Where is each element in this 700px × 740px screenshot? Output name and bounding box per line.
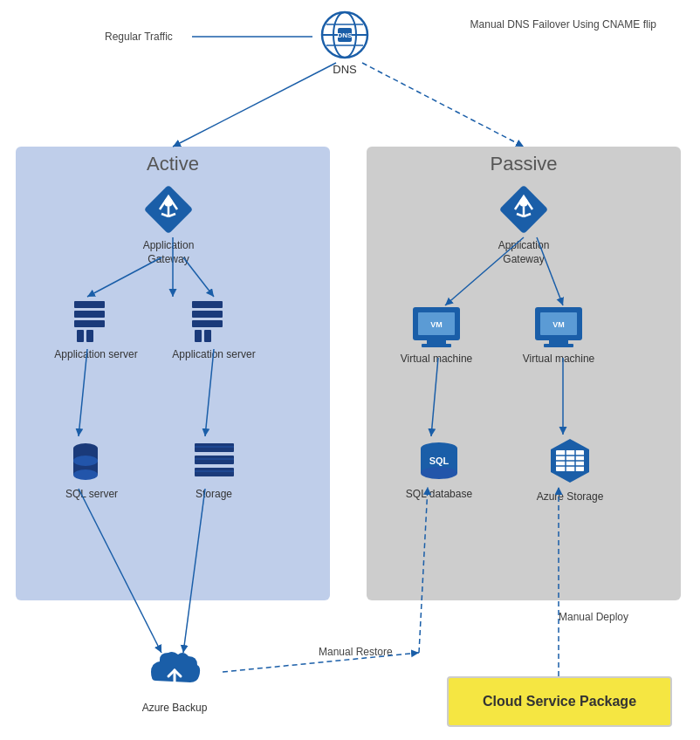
storage-icon — [190, 436, 238, 484]
svg-text:VM: VM — [552, 320, 565, 329]
svg-point-24 — [73, 469, 98, 480]
app-gateway-icon — [142, 183, 195, 236]
diagram: Active Passive DNS DNS Regular Traffic M… — [0, 0, 700, 740]
passive-vm-1-label: Virtual machine — [393, 353, 480, 367]
passive-azure-storage: Azure Storage — [522, 435, 618, 504]
active-app-gateway-label: Application Gateway — [129, 239, 208, 266]
svg-point-49 — [421, 442, 457, 455]
active-storage-label: Storage — [170, 488, 257, 502]
azure-storage-icon — [544, 435, 596, 487]
active-app-server-2-label: Application server — [170, 348, 257, 362]
svg-rect-17 — [192, 301, 223, 308]
passive-azure-storage-label: Azure Storage — [522, 490, 618, 504]
svg-rect-26 — [195, 443, 234, 452]
svg-text:SQL: SQL — [429, 456, 450, 466]
svg-rect-19 — [192, 320, 223, 327]
svg-text:VM: VM — [430, 320, 443, 329]
globe-icon: DNS — [319, 9, 371, 61]
svg-rect-18 — [192, 311, 223, 318]
svg-rect-28 — [195, 468, 234, 476]
passive-zone-label: Passive — [367, 153, 681, 175]
svg-rect-40 — [427, 340, 446, 344]
manual-restore-label: Manual Restore — [319, 646, 393, 658]
active-app-server-1: Application server — [52, 297, 140, 362]
active-app-gateway: Application Gateway — [129, 183, 208, 266]
azure-backup-icon — [147, 646, 203, 698]
active-sql-server-label: SQL server — [48, 488, 135, 502]
svg-rect-16 — [86, 330, 93, 342]
vm-icon-1: VM — [411, 305, 462, 349]
passive-sql-db: SQL SQL database — [391, 436, 487, 502]
sql-server-icon — [68, 436, 116, 484]
svg-rect-14 — [74, 320, 105, 327]
cloud-service-package-label: Cloud Service Package — [483, 694, 636, 709]
passive-app-gateway: Application Gateway — [484, 183, 563, 266]
svg-point-25 — [73, 456, 98, 466]
cloud-service-package: Cloud Service Package — [447, 676, 672, 727]
dns-label: DNS — [310, 63, 380, 76]
svg-rect-13 — [74, 311, 105, 318]
vm-icon-2: VM — [533, 305, 584, 349]
svg-rect-15 — [77, 330, 84, 342]
app-server-icon-2 — [190, 297, 238, 345]
passive-vm-2-label: Virtual machine — [515, 353, 602, 367]
svg-text:DNS: DNS — [338, 31, 353, 39]
passive-app-gateway-label: Application Gateway — [484, 239, 563, 266]
svg-rect-20 — [195, 330, 202, 342]
passive-vm-1: VM Virtual machine — [393, 305, 480, 367]
passive-app-gateway-icon — [498, 183, 550, 236]
regular-traffic-label: Regular Traffic — [105, 31, 173, 43]
passive-sql-db-label: SQL database — [391, 488, 487, 502]
azure-backup: Azure Backup — [135, 646, 214, 716]
svg-rect-12 — [74, 301, 105, 308]
azure-backup-label: Azure Backup — [135, 702, 214, 716]
svg-rect-45 — [549, 340, 568, 344]
passive-vm-2: VM Virtual machine — [515, 305, 602, 367]
svg-rect-21 — [204, 330, 211, 342]
active-storage: Storage — [170, 436, 257, 502]
app-server-icon-1 — [72, 297, 120, 345]
active-app-server-2: Application server — [170, 297, 257, 362]
manual-dns-label: Manual DNS Failover Using CNAME flip — [470, 17, 656, 32]
svg-point-50 — [421, 467, 457, 479]
active-zone-label: Active — [16, 153, 330, 175]
dns-to-passive-arrow — [362, 63, 524, 147]
svg-rect-27 — [195, 456, 234, 464]
dns-icon-block: DNS DNS — [310, 9, 380, 76]
svg-rect-46 — [544, 344, 573, 347]
active-sql-server: SQL server — [48, 436, 135, 502]
active-app-server-1-label: Application server — [52, 348, 140, 362]
svg-rect-41 — [422, 344, 451, 347]
sql-db-icon: SQL — [414, 436, 464, 484]
manual-deploy-label: Manual Deploy — [559, 611, 628, 623]
